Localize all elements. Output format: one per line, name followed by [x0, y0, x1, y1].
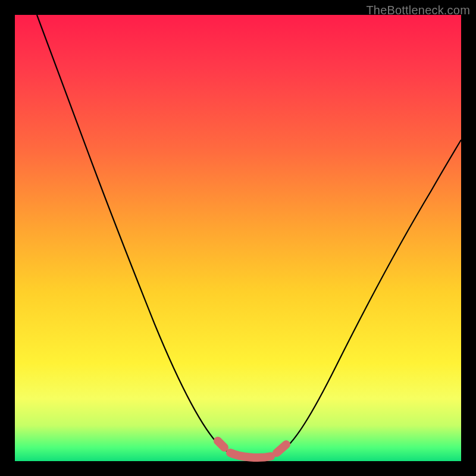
plot-area	[15, 15, 461, 461]
watermark-text: TheBottleneck.com	[366, 4, 470, 17]
optimal-zone-markers	[218, 441, 286, 458]
bottleneck-curve	[37, 15, 461, 458]
bottleneck-curve-svg	[15, 15, 461, 461]
chart-frame: TheBottleneck.com	[0, 0, 476, 476]
